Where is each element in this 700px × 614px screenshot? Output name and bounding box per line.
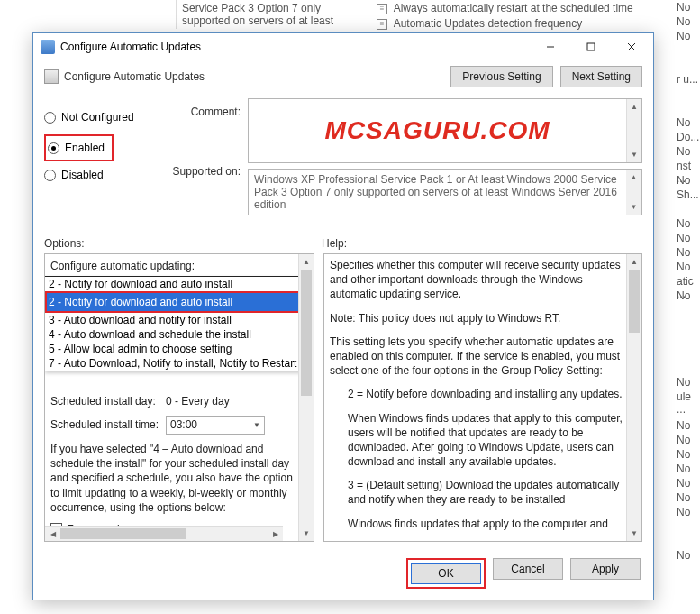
dialog-subtitle: Configure Automatic Updates [64,70,443,83]
radio-label: Not Configured [61,111,134,124]
radio-disabled[interactable]: Disabled [44,165,161,185]
scheduled-install-time-label: Scheduled install time: [50,418,166,431]
next-setting-button[interactable]: Next Setting [560,66,642,87]
scrollbar[interactable]: ▲ ▼ [626,254,641,541]
apply-button[interactable]: Apply [570,558,641,580]
configure-updating-dropdown[interactable]: 2 - Notify for download and auto install… [45,276,298,371]
cancel-button[interactable]: Cancel [493,558,563,580]
close-button[interactable] [611,34,651,60]
help-text: 2 = Notify before downloading and instal… [348,387,624,401]
options-paragraph: If you have selected "4 – Auto download … [50,442,296,515]
scroll-up-icon[interactable]: ▲ [299,254,314,270]
options-pane: Configure automatic updating: 2 - Notify… [44,253,314,542]
radio-icon [44,112,56,124]
chevron-down-icon: ▼ [253,421,260,429]
titlebar[interactable]: Configure Automatic Updates [33,33,653,60]
help-pane: Specifies whether this computer will rec… [323,253,642,542]
scroll-down-icon[interactable]: ▼ [627,526,641,541]
ok-button[interactable]: OK [411,563,481,584]
watermark-overlay: MCSAGURU.COM [325,116,550,145]
scroll-down-icon[interactable]: ▼ [627,147,641,162]
scroll-down-icon[interactable]: ▼ [299,526,314,541]
help-text: Specifies whether this computer will rec… [330,258,624,302]
radio-label: Disabled [61,169,104,181]
help-text: When Windows finds updates that apply to… [348,411,624,470]
maximize-button[interactable] [570,34,611,60]
dropdown-option[interactable]: 3 - Auto download and notify for install [45,313,298,327]
horizontal-scrollbar[interactable]: ◀ ▶ [45,526,283,541]
scroll-down-icon[interactable]: ▼ [626,199,641,215]
bg-list-item: ≡ Automatic Updates detection frequency [377,17,582,30]
help-text: Note: This policy does not apply to Wind… [330,311,624,325]
app-icon [41,40,55,54]
policy-icon: ≡ [377,19,387,30]
radio-enabled[interactable]: Enabled [48,138,105,158]
minimize-button[interactable] [530,34,570,60]
scroll-left-icon[interactable]: ◀ [45,527,60,541]
scheduled-install-day-label: Scheduled install day: [50,395,166,408]
radio-icon [48,142,59,154]
scroll-thumb[interactable] [60,528,186,539]
dropdown-option[interactable]: 2 - Notify for download and auto install [45,277,298,291]
select-value: 03:00 [170,418,197,431]
bg-list-item: ≡ Always automatically restart at the sc… [377,2,633,14]
bg-status-column: NoNoNor u...NoDo...Nonst ...NoSh...NoNoN… [675,0,700,563]
configure-automatic-updates-dialog: Configure Automatic Updates Configure Au… [32,32,654,600]
scroll-thumb[interactable] [301,270,312,396]
scrollbar[interactable]: ▲ ▼ [626,99,641,162]
scheduled-install-day-value[interactable]: 0 - Every day [166,395,230,408]
supported-on-box: Windows XP Professional Service Pack 1 o… [248,169,642,215]
bg-list-item: Service Pack 3 Option 7 only supported o… [176,0,365,29]
policy-icon: ≡ [377,4,387,14]
scroll-up-icon[interactable]: ▲ [627,254,641,270]
scroll-thumb[interactable] [629,270,640,333]
radio-label: Enabled [65,142,105,154]
dropdown-option[interactable]: 7 - Auto Download, Notify to install, No… [45,356,298,371]
dropdown-option-highlighted[interactable]: 2 - Notify for download and auto install [45,291,298,313]
scroll-right-icon[interactable]: ▶ [268,527,283,541]
scroll-up-icon[interactable]: ▲ [627,99,641,115]
supported-on-label: Supported on: [168,165,241,178]
scrollbar[interactable]: ▲ ▼ [298,254,314,541]
option-label: 2 - Notify for download and auto install [49,296,232,308]
policy-icon [44,69,59,84]
help-text: 3 = (Default setting) Download the updat… [348,478,624,507]
dialog-title: Configure Automatic Updates [60,41,530,53]
configure-updating-label: Configure automatic updating: [50,260,296,272]
previous-setting-button[interactable]: Previous Setting [450,66,552,87]
scroll-up-icon[interactable]: ▲ [626,170,641,185]
scrollbar[interactable]: ▲ ▼ [626,170,641,215]
help-text: This setting lets you specify whether au… [330,334,624,379]
scheduled-install-time-select[interactable]: 03:00 ▼ [166,416,265,435]
radio-not-configured[interactable]: Not Configured [44,107,161,127]
radio-icon [44,170,56,181]
help-text: Windows finds updates that apply to the … [348,517,624,531]
comment-label: Comment: [168,105,241,118]
options-section-label: Options: [44,237,322,250]
comment-textarea[interactable]: MCSAGURU.COM ▲ ▼ [248,98,642,163]
help-section-label: Help: [322,237,347,250]
dropdown-option[interactable]: 5 - Allow local admin to choose setting [45,342,298,356]
svg-rect-0 [587,43,595,50]
dropdown-option[interactable]: 4 - Auto download and schedule the insta… [45,327,298,342]
